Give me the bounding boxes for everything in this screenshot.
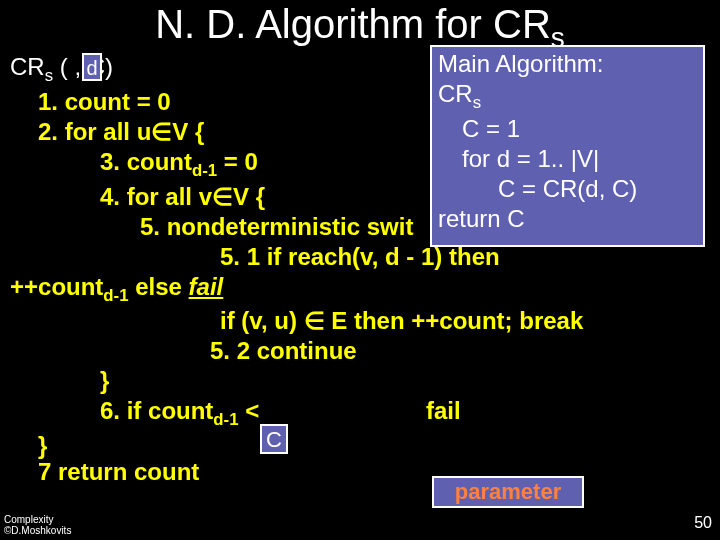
footer-credit: Complexity ©D.Moshkovits: [4, 514, 71, 536]
box-c-param: C: [260, 424, 288, 454]
page-number: 50: [694, 514, 712, 532]
box-d-param: d: [82, 53, 102, 81]
box-parameter-label: parameter: [432, 476, 584, 508]
main-algorithm-box: Main Algorithm: CRs C = 1 for d = 1.. |V…: [430, 45, 705, 247]
